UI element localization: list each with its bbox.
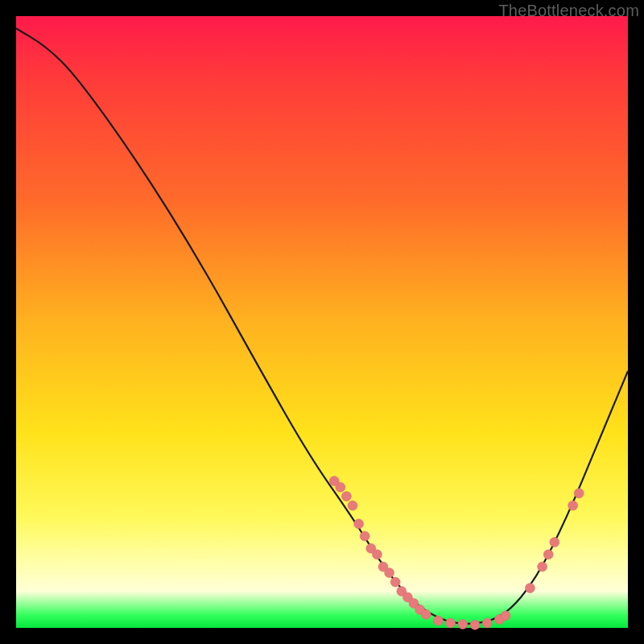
curve-marker: [372, 550, 382, 559]
curve-marker: [550, 538, 559, 547]
curve-marker: [501, 611, 510, 621]
watermark-text: TheBottleneck.com: [498, 2, 639, 20]
curve-marker: [446, 618, 456, 628]
curve-marker: [574, 489, 584, 498]
curve-marker: [538, 562, 547, 572]
curve-marker: [385, 568, 394, 578]
curve-marker: [458, 619, 468, 629]
curve-markers: [329, 477, 584, 630]
curve-marker: [341, 492, 351, 502]
chart-svg: [16, 16, 628, 628]
bottleneck-curve: [16, 28, 628, 624]
curve-marker: [354, 519, 364, 529]
curve-marker: [470, 620, 480, 630]
curve-marker: [433, 616, 443, 625]
curve-marker: [421, 609, 431, 619]
chart-plot-area: [16, 16, 628, 628]
curve-marker: [525, 584, 535, 593]
curve-marker: [360, 531, 369, 541]
curve-marker: [568, 501, 578, 510]
chart-frame: TheBottleneck.com: [0, 0, 644, 644]
curve-marker: [336, 482, 345, 492]
curve-marker: [348, 501, 357, 510]
curve-marker: [482, 618, 492, 628]
curve-marker: [390, 577, 400, 587]
curve-marker: [543, 550, 553, 559]
